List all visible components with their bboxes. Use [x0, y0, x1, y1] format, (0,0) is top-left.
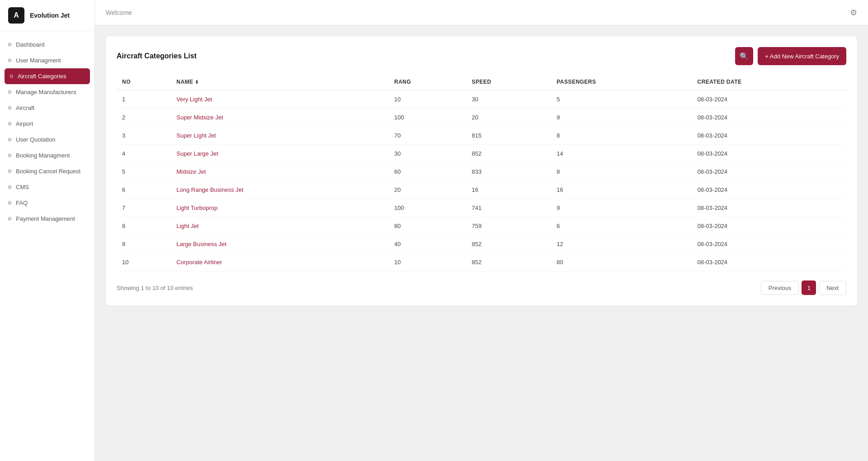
cell-created-date: 08-03-2024	[692, 235, 846, 253]
sidebar-item-user-quotation[interactable]: User Quotation	[0, 132, 94, 147]
cell-rang: 70	[389, 127, 466, 145]
sidebar-item-label-faq: FAQ	[16, 200, 28, 206]
sidebar-item-label-booking-management: Booking Managment	[16, 152, 70, 159]
search-button[interactable]: 🔍	[735, 47, 753, 65]
cell-rang: 40	[389, 235, 466, 253]
cell-speed: 16	[466, 181, 551, 199]
cell-no: 5	[117, 163, 171, 181]
sidebar-item-label-user-management: User Managment	[16, 57, 61, 64]
sidebar-item-faq[interactable]: FAQ	[0, 195, 94, 211]
aircraft-categories-table: NONAME ⬇RANGSPEEDPASSENGERSCREATED DATE …	[117, 74, 846, 271]
faq-dot-icon	[8, 201, 11, 204]
sidebar-item-booking-management[interactable]: Booking Managment	[0, 147, 94, 163]
cell-speed: 815	[466, 127, 551, 145]
pagination-info: Showing 1 to 10 of 10 entries	[117, 285, 193, 291]
cell-name[interactable]: Super Midsize Jet	[171, 109, 389, 127]
user-quotation-dot-icon	[8, 138, 11, 141]
card-actions: 🔍 + Add New Aircraft Category	[735, 47, 846, 65]
sidebar-item-label-payment-management: Payment Management	[16, 215, 75, 222]
cell-name[interactable]: Light Jet	[171, 217, 389, 235]
aircraft-categories-card: Aircraft Categories List 🔍 + Add New Air…	[106, 36, 857, 306]
cell-name[interactable]: Large Business Jet	[171, 235, 389, 253]
cell-passengers: 12	[551, 235, 692, 253]
cell-no: 2	[117, 109, 171, 127]
table-row: 10Corporate Airliner108528008-03-2024	[117, 253, 846, 271]
add-aircraft-category-button[interactable]: + Add New Aircraft Category	[758, 47, 846, 65]
cell-name[interactable]: Long Range Business Jet	[171, 181, 389, 199]
page-number-1[interactable]: 1	[802, 280, 816, 295]
cell-speed: 852	[466, 235, 551, 253]
aircraft-dot-icon	[8, 106, 11, 109]
sidebar-item-dashboard[interactable]: Dashboard	[0, 37, 94, 52]
table-row: 3Super Light Jet70815808-03-2024	[117, 127, 846, 145]
cell-name[interactable]: Very Light Jet	[171, 90, 389, 109]
table-row: 7Light Turboprop100741908-03-2024	[117, 199, 846, 217]
sidebar-item-label-cms: CMS	[16, 184, 29, 190]
cell-name[interactable]: Super Light Jet	[171, 127, 389, 145]
cell-passengers: 8	[551, 163, 692, 181]
pagination-row: Showing 1 to 10 of 10 entries Previous 1…	[117, 280, 846, 295]
sidebar: A Evolution Jet DashboardUser ManagmentA…	[0, 0, 95, 461]
cell-name[interactable]: Light Turboprop	[171, 199, 389, 217]
sidebar-item-label-aircraft-categories: Aircraft Categories	[18, 73, 66, 80]
cell-no: 4	[117, 145, 171, 163]
sidebar-item-manage-manufacturers[interactable]: Manage Manufacturers	[0, 84, 94, 100]
cell-speed: 759	[466, 217, 551, 235]
sidebar-item-airport[interactable]: Airport	[0, 116, 94, 132]
cell-passengers: 14	[551, 145, 692, 163]
table-header: NONAME ⬇RANGSPEEDPASSENGERSCREATED DATE	[117, 74, 846, 90]
card-title: Aircraft Categories List	[117, 52, 197, 60]
sidebar-item-aircraft[interactable]: Aircraft	[0, 100, 94, 116]
cell-created-date: 08-03-2024	[692, 145, 846, 163]
app-name: Evolution Jet	[30, 12, 70, 19]
cell-created-date: 08-03-2024	[692, 199, 846, 217]
content-area: Aircraft Categories List 🔍 + Add New Air…	[95, 25, 868, 461]
cell-rang: 100	[389, 199, 466, 217]
sidebar-item-payment-management[interactable]: Payment Management	[0, 211, 94, 227]
table-row: 1Very Light Jet1030508-03-2024	[117, 90, 846, 109]
table-header-row: NONAME ⬇RANGSPEEDPASSENGERSCREATED DATE	[117, 74, 846, 90]
cell-passengers: 6	[551, 217, 692, 235]
cell-passengers: 9	[551, 199, 692, 217]
sidebar-item-label-aircraft: Aircraft	[16, 105, 34, 111]
col-header-rang: RANG	[389, 74, 466, 90]
table-row: 5Midsize Jet60833808-03-2024	[117, 163, 846, 181]
cell-no: 10	[117, 253, 171, 271]
sidebar-item-label-manage-manufacturers: Manage Manufacturers	[16, 89, 76, 95]
card-header: Aircraft Categories List 🔍 + Add New Air…	[117, 47, 846, 65]
next-button[interactable]: Next	[819, 281, 846, 295]
sidebar-item-cms[interactable]: CMS	[0, 179, 94, 195]
cell-passengers: 80	[551, 253, 692, 271]
sidebar-item-user-management[interactable]: User Managment	[0, 52, 94, 68]
cell-name[interactable]: Corporate Airliner	[171, 253, 389, 271]
col-header-no: NO	[117, 74, 171, 90]
dashboard-dot-icon	[8, 43, 11, 46]
cell-created-date: 08-03-2024	[692, 217, 846, 235]
sidebar-logo: A Evolution Jet	[0, 0, 94, 31]
cell-rang: 80	[389, 217, 466, 235]
previous-button[interactable]: Previous	[761, 281, 799, 295]
col-header-speed: SPEED	[466, 74, 551, 90]
table-row: 2Super Midsize Jet10020908-03-2024	[117, 109, 846, 127]
cell-rang: 60	[389, 163, 466, 181]
sidebar-item-booking-cancel-request[interactable]: Booking Cancel Request	[0, 163, 94, 179]
sidebar-item-label-airport: Airport	[16, 120, 33, 127]
cell-no: 9	[117, 235, 171, 253]
cell-created-date: 08-03-2024	[692, 253, 846, 271]
sidebar-item-aircraft-categories[interactable]: Aircraft Categories	[5, 68, 90, 84]
cell-no: 6	[117, 181, 171, 199]
cell-speed: 833	[466, 163, 551, 181]
settings-icon[interactable]: ⚙	[850, 8, 857, 18]
cell-name[interactable]: Super Large Jet	[171, 145, 389, 163]
cell-created-date: 08-03-2024	[692, 109, 846, 127]
cell-passengers: 5	[551, 90, 692, 109]
sidebar-item-label-booking-cancel-request: Booking Cancel Request	[16, 168, 80, 175]
cell-name[interactable]: Midsize Jet	[171, 163, 389, 181]
table-row: 4Super Large Jet308521408-03-2024	[117, 145, 846, 163]
sidebar-nav: DashboardUser ManagmentAircraft Categori…	[0, 31, 94, 461]
cell-speed: 852	[466, 145, 551, 163]
cell-passengers: 16	[551, 181, 692, 199]
cell-speed: 20	[466, 109, 551, 127]
table-row: 8Light Jet80759608-03-2024	[117, 217, 846, 235]
cell-rang: 10	[389, 90, 466, 109]
